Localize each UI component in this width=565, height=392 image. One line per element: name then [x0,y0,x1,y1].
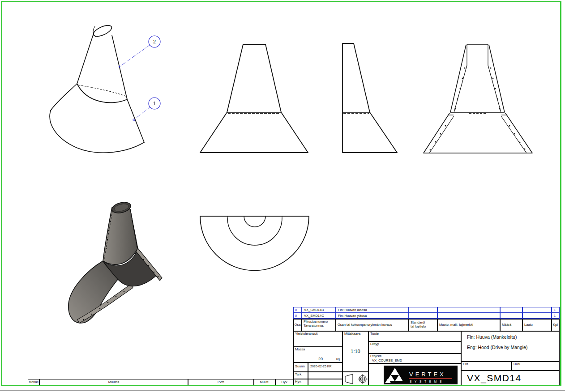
header-laatu: Laatu [522,319,552,331]
cone-outer-surface [103,206,137,264]
balloon-2[interactable]: 2 [119,36,160,68]
tark-label-cell: Tark. [293,372,308,379]
part-row-osa: 0 [293,307,302,313]
hyv-value-cell [308,379,342,386]
part-row-description: Fin: Huuvan yläosa [336,313,409,319]
balloon-1[interactable]: 1 [133,98,160,121]
projection-symbol-cell [342,372,368,386]
part-row-description: Fin: Huuvan alaosa [336,307,409,313]
merkki-cell: Merkki [28,379,39,386]
massa-cell: Massa 20 kg [293,347,342,362]
suunn-value-cell: 2020-02-25 KR [308,362,342,372]
tuote-cell: Tuote [368,331,461,341]
title-fin: Fin: Huuva (Mankeloitu) [467,334,517,340]
part-row-kpl: 1 [552,307,560,313]
balloon-2-leader [120,45,150,67]
logo-cell [368,363,461,386]
inner-semicircle [244,216,265,227]
view-top[interactable] [200,216,309,271]
balloon-1-leader-dot [133,119,135,121]
hyv-rev-cell: Hyv [275,379,293,386]
outer-semicircle [200,216,309,271]
balloon-1-leader [135,107,150,119]
cone-left-edge [77,34,94,84]
rivet-dots [430,68,526,151]
view-front[interactable] [200,44,308,153]
part-row-maara [500,313,522,319]
back-left-outer-slant [450,45,466,112]
skirt-right-edge [127,99,144,142]
junction-front-arc [77,84,127,102]
back-right-outer-slant [489,45,505,112]
pvm-cell: Pvm [188,379,254,386]
part-row-muoto [437,313,500,319]
designed-date: 2020-02-25 KR [310,365,331,368]
muutt-cell: Muutt. [254,379,275,386]
middle-semicircle [227,218,282,245]
suunn-label-cell: Suunn [293,362,308,372]
header-maara: Määrä [500,319,522,331]
back-lower-outline [424,113,532,153]
side-outline [342,43,397,153]
scale-value: 1:10 [343,349,368,354]
massa-unit: kg [336,358,340,362]
massa-value: 20 [318,357,323,361]
front-outline [200,44,308,153]
balloon-1-label: 1 [153,101,156,106]
header-osa: Osa [293,319,302,331]
drawing-number: VX_SMD14 [467,373,522,383]
header-kuvaus: Osan tai kokoonpanoryhmän kuvaus [336,319,409,331]
part-row-standardi [409,307,437,313]
hyv-label-cell: Hyv. [293,379,308,386]
projekti-cell: Projekti VX_COURSE_SMD [368,354,461,363]
part-row-muoto [437,307,500,313]
balloon-2-label: 2 [153,39,156,44]
mittakaava-cell: Mittakaava 1:10 [342,331,368,372]
skirt-left-edge [51,84,77,111]
back-left-inner-flange [454,44,467,112]
tark-value-cell [308,372,342,379]
project-value: VX_COURSE_SMD [372,359,402,363]
title-eng: Eng: Hood (Drive by Mangle) [467,345,527,350]
view-isometric-wireframe[interactable] [50,23,144,153]
part-row-laatu [522,313,552,319]
part-row-standardi [409,313,437,319]
part-row-osa: 0 [293,313,302,319]
part-row-number: VX_SMD14C [302,313,336,319]
part-row-kpl: 1 [552,313,560,319]
back-lower-right-flange [501,116,526,153]
header-standardi: Standarditai luettelo [409,319,437,331]
yleistoleranssit-cell: Yleistoleranssit [293,331,342,347]
uusi-cell: Uusi [512,362,560,371]
view-back-flanged[interactable] [424,44,532,153]
view-side[interactable] [342,43,397,153]
back-right-inner-flange [488,44,501,112]
liittyy-cell: Liittyy [368,341,461,354]
muutos-cell: Muutos [39,379,188,386]
ent-cell: Ent. [461,362,512,371]
part-row-laatu [522,307,552,313]
drawing-number-cell: VX_SMD14 [461,371,560,386]
back-lower-left-flange [429,116,454,153]
cad-drawing-sheet: { "drawing": { "number": "VX_SMD14", "ti… [0,0,565,392]
balloon-2-leader-dot [119,66,120,67]
part-row-number: VX_SMD14B [302,307,336,313]
view-shaded-3d[interactable] [68,200,162,323]
header-piirustusnumero: PiirustusnumeroTavaratunnus [302,319,336,331]
title-text-cell: Fin: Huuva (Mankeloitu) Eng: Hood (Drive… [461,331,560,362]
header-muoto: Muoto, malli, lajimerkki [437,319,500,331]
part-row-maara [500,307,522,313]
window-bottom-edge [0,390,565,391]
header-kpl: Kpl [552,319,560,331]
skirt-bottom-rim [50,111,144,153]
